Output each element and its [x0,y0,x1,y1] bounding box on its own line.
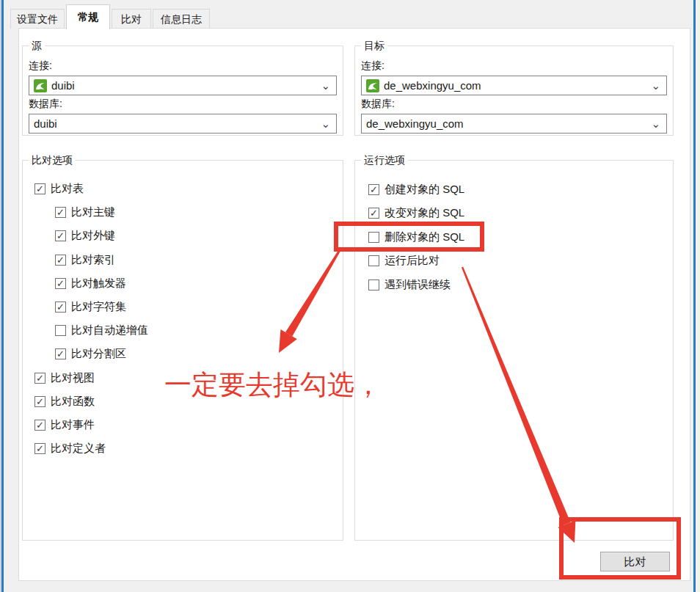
checkbox-row-compare-auto-increment[interactable]: 比对自动递增值 [55,324,148,336]
checkbox-label: 比对分割区 [71,347,126,361]
checkbox[interactable] [34,373,45,384]
checkbox-label: 比对触发器 [71,277,126,290]
checkbox[interactable] [55,230,66,241]
checkbox-label: 比对定义者 [51,442,106,456]
checkbox-row-create-object-sql[interactable]: 创建对象的 SQL [368,183,464,195]
background-page-sliver [696,0,700,592]
compare-options-group: 比对选项 比对表 比对主键 比对外键 比对索引 比对触发器 比对字符集 比对自动… [22,160,343,541]
run-options-group: 运行选项 创建对象的 SQL 改变对象的 SQL 删除对象的 SQL 运行后比对… [354,160,674,541]
checkbox-row-compare-primary-keys[interactable]: 比对主键 [55,206,115,218]
checkbox-label: 比对外键 [71,229,115,243]
checkbox-row-alter-object-sql[interactable]: 改变对象的 SQL [368,207,464,219]
checkbox-row-compare-charset[interactable]: 比对字符集 [55,301,126,313]
mysql-connection-icon [34,79,47,92]
checkbox-row-compare-tables[interactable]: 比对表 [34,183,84,194]
checkbox-label: 遇到错误继续 [384,278,451,292]
checkbox-label: 比对表 [51,182,84,196]
checkbox[interactable] [55,302,66,313]
structure-sync-dialog: 设置文件 常规 比对 信息日志 源 连接: duibi ⌄ 数据库: duibi… [0,0,700,592]
checkbox[interactable] [55,255,66,266]
source-group-title: 源 [29,40,45,52]
annotation-text: 一定要去掉勾选， [164,369,382,401]
checkbox-row-compare-views[interactable]: 比对视图 [34,372,95,384]
target-connection-select[interactable]: de_webxingyu_com ⌄ [361,76,667,95]
checkbox-label: 比对函数 [51,395,95,409]
checkbox-row-compare-events[interactable]: 比对事件 [34,419,95,431]
checkbox-label: 创建对象的 SQL [384,183,464,197]
checkbox[interactable] [55,325,66,336]
source-connection-select[interactable]: duibi ⌄ [29,76,337,95]
checkbox[interactable] [34,420,45,431]
checkbox[interactable] [55,278,66,289]
checkbox-row-compare-partitions[interactable]: 比对分割区 [55,348,126,359]
highlight-rect-drop-object-sql [334,222,484,252]
checkbox-label: 改变对象的 SQL [384,206,464,220]
checkbox-label: 比对字符集 [71,300,126,314]
checkbox[interactable] [368,184,379,195]
chevron-down-icon[interactable]: ⌄ [651,82,662,89]
checkbox-row-compare-indexes[interactable]: 比对索引 [55,254,115,266]
chevron-down-icon[interactable]: ⌄ [321,120,332,128]
checkbox[interactable] [55,207,66,218]
checkbox-label: 比对自动递增值 [71,324,148,337]
target-database-value: de_webxingyu_com [366,117,464,130]
checkbox[interactable] [368,208,379,219]
checkbox-row-continue-on-error[interactable]: 遇到错误继续 [368,279,451,290]
mysql-connection-icon [366,79,379,92]
checkbox-row-compare-foreign-keys[interactable]: 比对外键 [55,230,115,241]
tab-profile[interactable]: 设置文件 [10,9,65,29]
checkbox[interactable] [34,183,45,194]
target-group-title: 目标 [361,40,387,52]
checkbox-row-compare-functions[interactable]: 比对函数 [34,395,95,407]
checkbox[interactable] [368,255,379,266]
checkbox[interactable] [55,348,66,359]
checkbox-label: 比对事件 [51,418,95,432]
source-connection-value: duibi [51,79,75,92]
source-database-label: 数据库: [29,98,62,111]
source-database-select[interactable]: duibi ⌄ [29,114,337,134]
checkbox[interactable] [34,443,45,454]
chevron-down-icon[interactable]: ⌄ [321,82,332,89]
checkbox-label: 比对视图 [51,371,95,385]
compare-options-title: 比对选项 [29,154,76,167]
chevron-down-icon[interactable]: ⌄ [651,120,662,128]
checkbox-row-compare-after-run[interactable]: 运行后比对 [368,255,440,266]
checkbox-row-compare-triggers[interactable]: 比对触发器 [55,277,126,289]
tab-compare[interactable]: 比对 [112,9,151,29]
run-options-title: 运行选项 [361,154,408,167]
checkbox-label: 运行后比对 [384,254,440,268]
checkbox-row-compare-definer[interactable]: 比对定义者 [34,442,106,454]
source-database-value: duibi [34,117,57,130]
target-connection-value: de_webxingyu_com [384,79,481,92]
source-connection-label: 连接: [29,59,52,73]
checkbox[interactable] [368,279,379,290]
target-database-select[interactable]: de_webxingyu_com ⌄ [361,114,667,134]
tab-message-log[interactable]: 信息日志 [153,9,210,29]
checkbox-label: 比对索引 [71,253,115,267]
highlight-rect-compare-button [559,517,681,580]
target-database-label: 数据库: [361,98,395,111]
target-group: 目标 连接: de_webxingyu_com ⌄ 数据库: de_webxin… [354,45,674,136]
tab-general[interactable]: 常规 [66,4,110,29]
target-connection-label: 连接: [361,59,384,73]
source-group: 源 连接: duibi ⌄ 数据库: duibi ⌄ [22,45,343,136]
checkbox[interactable] [34,396,45,407]
checkbox-label: 比对主键 [71,205,115,219]
